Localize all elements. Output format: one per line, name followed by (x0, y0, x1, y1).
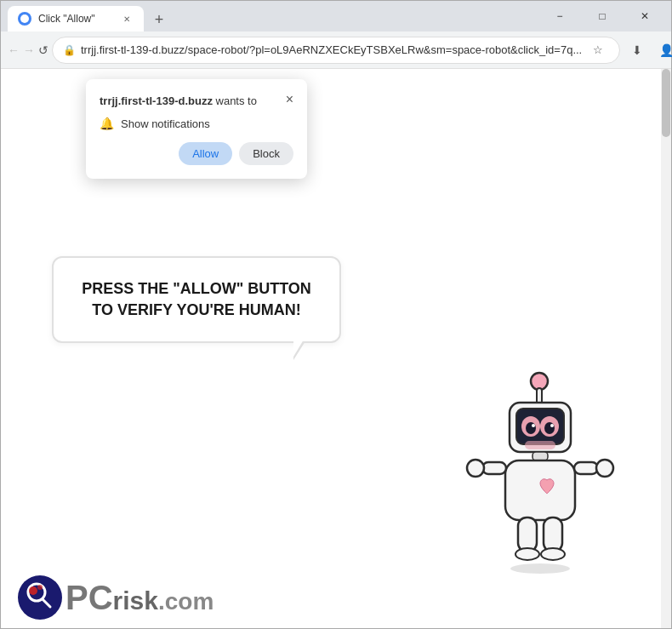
tab-close-button[interactable]: ✕ (120, 12, 134, 26)
pcrisk-text: PC risk .com (65, 579, 214, 617)
svg-rect-16 (574, 462, 598, 474)
svg-rect-14 (482, 462, 506, 474)
lock-icon: 🔒 (63, 44, 76, 56)
forward-icon: → (23, 43, 35, 57)
svg-point-7 (526, 422, 536, 434)
svg-point-15 (467, 460, 484, 477)
svg-rect-12 (532, 452, 548, 460)
svg-point-23 (18, 575, 62, 620)
svg-point-22 (510, 563, 570, 574)
robot-character (450, 356, 620, 577)
profile-icon: 👤 (659, 43, 672, 57)
notification-popup: trrjj.first-tl-139-d.buzz wants to × 🔔 S… (86, 79, 307, 179)
notification-domain: trrjj.first-tl-139-d.buzz wants to (100, 94, 257, 107)
pcrisk-logo: PC risk .com (18, 575, 214, 620)
navbar: ← → ↺ 🔒 trrjj.first-tl-139-d.buzz/space-… (1, 31, 671, 69)
risk-text: risk (113, 586, 158, 615)
notification-header: trrjj.first-tl-139-d.buzz wants to × (100, 93, 293, 108)
back-icon: ← (8, 43, 20, 57)
svg-point-9 (532, 424, 535, 427)
page-content: trrjj.first-tl-139-d.buzz wants to × 🔔 S… (1, 69, 671, 628)
svg-point-25 (29, 586, 37, 595)
allow-button[interactable]: Allow (179, 142, 232, 165)
svg-point-19 (515, 548, 539, 560)
svg-point-21 (541, 548, 565, 560)
svg-point-26 (37, 585, 43, 590)
tab-bar: Click "Allow" ✕ + (8, 1, 537, 31)
profile-button[interactable]: 👤 (652, 37, 672, 64)
bell-icon: 🔔 (100, 117, 114, 130)
speech-bubble: PRESS THE "ALLOW" BUTTON TO VERIFY YOU'R… (52, 256, 341, 343)
com-text: .com (158, 588, 214, 615)
svg-rect-11 (525, 441, 555, 449)
svg-point-10 (550, 424, 554, 427)
url-text: trrjj.first-tl-139-d.buzz/space-robot/?p… (81, 43, 582, 56)
restore-button[interactable]: □ (583, 4, 622, 28)
notification-domain-text: trrjj.first-tl-139-d.buzz wants to (100, 93, 257, 108)
block-button[interactable]: Block (239, 142, 293, 165)
address-actions: ☆ (587, 39, 609, 61)
notification-show-text: Show notifications (121, 117, 210, 130)
pc-text: PC (65, 579, 113, 617)
bookmark-button[interactable]: ☆ (587, 39, 609, 61)
reload-icon: ↺ (38, 43, 48, 57)
notification-actions: Allow Block (100, 142, 293, 165)
robot-svg (450, 356, 620, 594)
address-bar[interactable]: 🔒 trrjj.first-tl-139-d.buzz/space-robot/… (52, 37, 620, 64)
bookmark-icon: ☆ (593, 43, 603, 56)
svg-rect-13 (505, 460, 575, 520)
scrollbar-thumb[interactable] (662, 69, 670, 137)
svg-point-8 (544, 422, 555, 434)
browser-window: Click "Allow" ✕ + − □ ✕ ← → ↺ 🔒 trrjj.fi… (0, 0, 672, 629)
download-icon: ⬇ (632, 43, 642, 57)
new-tab-button[interactable]: + (147, 8, 171, 31)
svg-point-17 (596, 460, 613, 477)
close-button[interactable]: ✕ (625, 4, 664, 28)
tab-title: Click "Allow" (38, 13, 113, 25)
svg-rect-20 (544, 517, 562, 552)
back-button[interactable]: ← (8, 37, 20, 64)
nav-right-actions: ⬇ 👤 ⋮ (624, 37, 672, 64)
minimize-button[interactable]: − (540, 4, 579, 28)
window-controls: − □ ✕ (540, 4, 664, 28)
active-tab[interactable]: Click "Allow" ✕ (8, 6, 144, 31)
svg-rect-18 (518, 517, 537, 552)
download-button[interactable]: ⬇ (624, 37, 651, 64)
titlebar: Click "Allow" ✕ + − □ ✕ (1, 1, 671, 31)
notification-body: 🔔 Show notifications (100, 117, 293, 130)
speech-bubble-text: PRESS THE "ALLOW" BUTTON TO VERIFY YOU'R… (77, 278, 316, 321)
notification-close-button[interactable]: × (286, 93, 293, 106)
tab-favicon (18, 12, 31, 26)
reload-button[interactable]: ↺ (38, 37, 48, 64)
pcrisk-icon (18, 575, 62, 620)
speech-bubble-container: PRESS THE "ALLOW" BUTTON TO VERIFY YOU'R… (52, 256, 341, 343)
scrollbar[interactable] (661, 69, 671, 628)
svg-point-0 (20, 14, 29, 23)
forward-button[interactable]: → (23, 37, 35, 64)
